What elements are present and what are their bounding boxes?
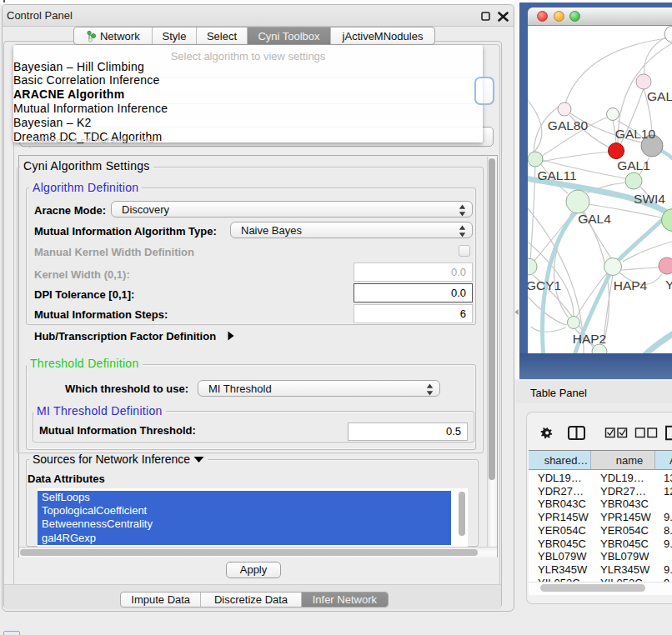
svg-text:GCY1: GCY1 <box>528 278 561 292</box>
svg-text:SWI4: SWI4 <box>634 192 665 206</box>
svg-text:GAL7: GAL7 <box>647 89 672 103</box>
svg-text:HAP2: HAP2 <box>573 332 607 346</box>
svg-text:HAP4: HAP4 <box>614 278 648 292</box>
svg-text:GAL80: GAL80 <box>548 118 589 132</box>
svg-text:GAL4: GAL4 <box>578 212 611 226</box>
svg-text:GAL10: GAL10 <box>615 127 656 141</box>
svg-text:GAL1: GAL1 <box>617 158 650 172</box>
svg-text:GAL11: GAL11 <box>537 168 576 182</box>
svg-text:YD: YD <box>665 278 672 292</box>
